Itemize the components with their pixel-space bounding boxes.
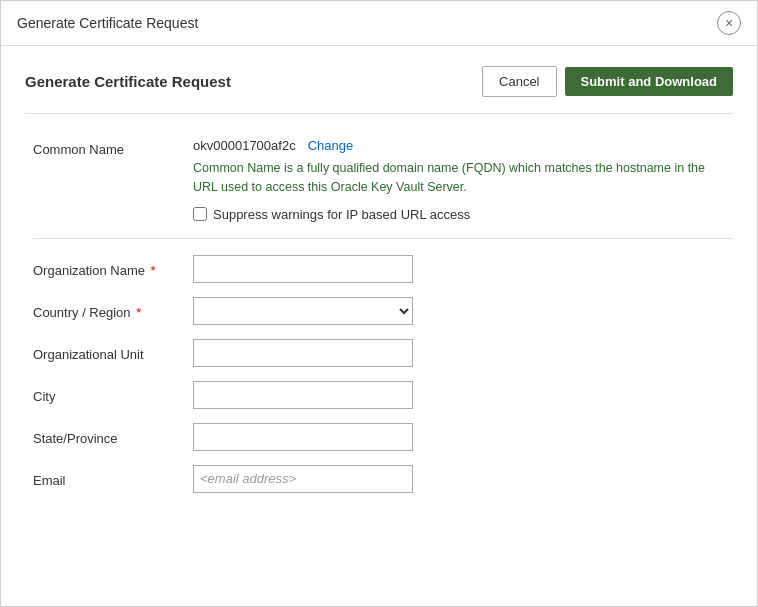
common-name-value-row: okv00001700af2c Change (193, 138, 733, 153)
org-name-row: Organization Name * (33, 255, 733, 283)
city-label: City (33, 385, 193, 404)
city-input[interactable] (193, 381, 413, 409)
email-label: Email (33, 469, 193, 488)
suppress-warnings-checkbox[interactable] (193, 207, 207, 221)
country-region-select[interactable]: United States United Kingdom Germany Fra… (193, 297, 413, 325)
country-region-row: Country / Region * United States United … (33, 297, 733, 325)
dialog-titlebar: Generate Certificate Request × (1, 1, 757, 46)
common-name-value-section: okv00001700af2c Change Common Name is a … (193, 138, 733, 226)
cancel-button[interactable]: Cancel (482, 66, 556, 97)
dialog-window: Generate Certificate Request × Generate … (0, 0, 758, 607)
country-region-label: Country / Region * (33, 301, 193, 320)
submit-download-button[interactable]: Submit and Download (565, 67, 734, 96)
email-input[interactable] (193, 465, 413, 493)
form-section: Common Name okv00001700af2c Change Commo… (25, 138, 733, 493)
common-name-row: Common Name okv00001700af2c Change Commo… (33, 138, 733, 226)
common-name-label: Common Name (33, 138, 193, 157)
email-row: Email (33, 465, 733, 493)
content-title: Generate Certificate Request (25, 73, 231, 90)
org-name-input[interactable] (193, 255, 413, 283)
common-name-text: okv00001700af2c (193, 138, 296, 153)
org-name-label: Organization Name * (33, 259, 193, 278)
state-province-label: State/Province (33, 427, 193, 446)
change-link[interactable]: Change (308, 138, 354, 153)
form-divider (33, 238, 733, 239)
close-button[interactable]: × (717, 11, 741, 35)
suppress-warnings-label[interactable]: Suppress warnings for IP based URL acces… (213, 207, 470, 222)
city-row: City (33, 381, 733, 409)
header-actions: Cancel Submit and Download (482, 66, 733, 97)
state-province-input[interactable] (193, 423, 413, 451)
org-unit-label: Organizational Unit (33, 343, 193, 362)
state-province-row: State/Province (33, 423, 733, 451)
dialog-content: Generate Certificate Request Cancel Subm… (1, 46, 757, 606)
org-unit-row: Organizational Unit (33, 339, 733, 367)
dialog-titlebar-label: Generate Certificate Request (17, 15, 198, 31)
org-unit-input[interactable] (193, 339, 413, 367)
common-name-info: Common Name is a fully qualified domain … (193, 159, 733, 197)
suppress-warnings-row: Suppress warnings for IP based URL acces… (193, 207, 733, 222)
content-header: Generate Certificate Request Cancel Subm… (25, 66, 733, 114)
